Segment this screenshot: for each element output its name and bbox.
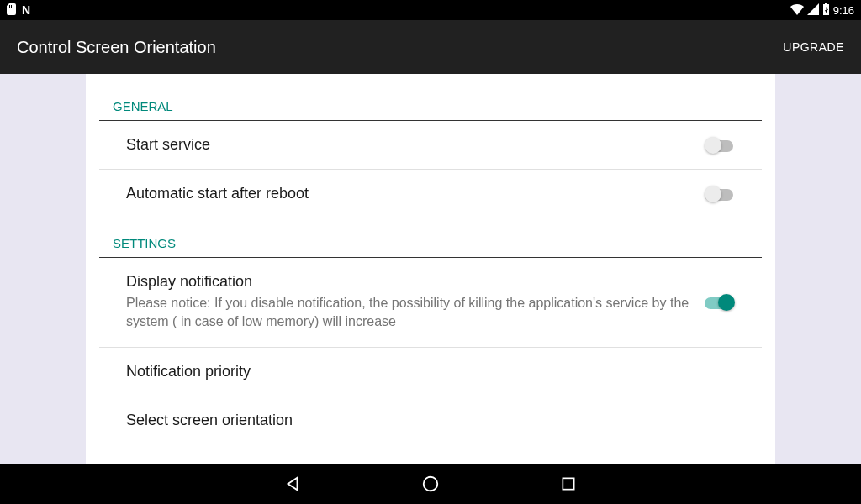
setting-auto-start[interactable]: Automatic start after reboot [99,170,762,218]
setting-title: Automatic start after reboot [126,185,691,202]
section-header-settings: SETTINGS [99,218,762,258]
section-header-general: GENERAL [99,81,762,121]
signal-icon [807,3,819,18]
svg-rect-1 [563,478,573,489]
switch-display-notification[interactable] [705,294,735,311]
setting-display-notification[interactable]: Display notification Please notice: If y… [99,258,762,348]
wifi-icon [790,3,804,18]
switch-auto-start[interactable] [705,186,735,202]
setting-title: Select screen orientation [126,412,735,429]
recents-button[interactable] [558,474,578,494]
n-icon: N [22,3,30,17]
app-bar: Control Screen Orientation UPGRADE [0,20,861,74]
navigation-bar [0,464,861,504]
setting-title: Start service [126,136,691,154]
settings-panel: GENERAL Start service Automatic start af… [86,74,775,464]
switch-start-service[interactable] [705,137,735,154]
svg-point-0 [424,477,438,491]
battery-charging-icon [822,3,830,18]
content-area: GENERAL Start service Automatic start af… [0,74,861,464]
home-button[interactable] [420,474,441,494]
sd-card-icon [7,3,17,18]
app-title: Control Screen Orientation [17,38,216,57]
back-button[interactable] [283,474,303,494]
status-bar: N 9:16 [0,0,861,20]
setting-notification-priority[interactable]: Notification priority [99,348,762,396]
setting-title: Notification priority [126,363,735,381]
upgrade-button[interactable]: UPGRADE [783,40,844,54]
setting-start-service[interactable]: Start service [99,121,762,170]
status-time: 9:16 [833,4,854,17]
setting-title: Display notification [126,273,691,291]
setting-subtitle: Please notice: If you disable notificati… [126,294,691,332]
setting-select-orientation[interactable]: Select screen orientation [99,396,762,444]
